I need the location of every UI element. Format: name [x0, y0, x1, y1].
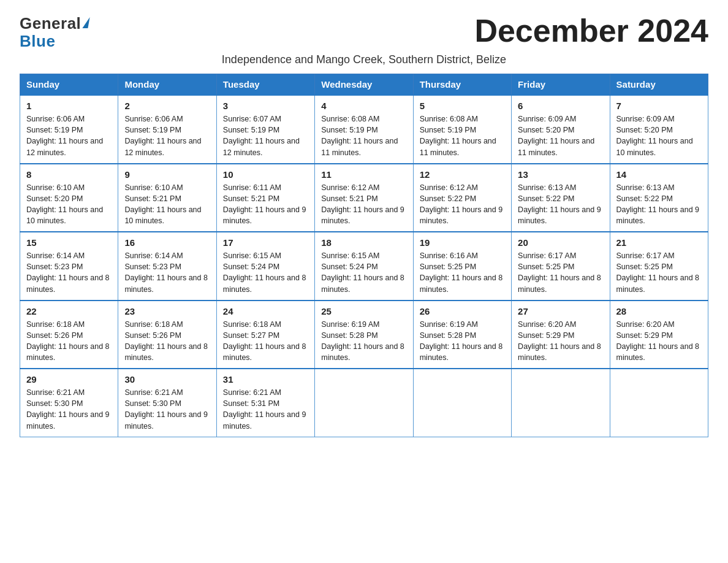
calendar-header-sunday: Sunday — [20, 74, 118, 96]
calendar-cell: 26 Sunrise: 6:19 AMSunset: 5:28 PMDaylig… — [413, 301, 511, 369]
calendar-cell — [512, 369, 610, 437]
day-number: 5 — [420, 101, 505, 111]
day-number: 30 — [124, 374, 210, 385]
day-info: Sunrise: 6:10 AMSunset: 5:20 PMDaylight:… — [26, 183, 103, 225]
week-row-3: 15 Sunrise: 6:14 AMSunset: 5:23 PMDaylig… — [20, 232, 708, 301]
day-number: 28 — [616, 306, 702, 316]
calendar-cell: 22 Sunrise: 6:18 AMSunset: 5:26 PMDaylig… — [20, 301, 118, 369]
day-number: 16 — [124, 237, 210, 248]
calendar-cell: 1 Sunrise: 6:06 AMSunset: 5:19 PMDayligh… — [20, 95, 118, 164]
day-number: 22 — [26, 306, 112, 316]
calendar-cell: 24 Sunrise: 6:18 AMSunset: 5:27 PMDaylig… — [216, 301, 314, 369]
day-number: 19 — [420, 237, 505, 248]
day-info: Sunrise: 6:19 AMSunset: 5:28 PMDaylight:… — [420, 320, 503, 362]
day-info: Sunrise: 6:13 AMSunset: 5:22 PMDaylight:… — [518, 183, 601, 225]
day-info: Sunrise: 6:15 AMSunset: 5:24 PMDaylight:… — [223, 251, 306, 293]
day-info: Sunrise: 6:14 AMSunset: 5:23 PMDaylight:… — [124, 251, 208, 293]
day-number: 11 — [321, 169, 406, 180]
day-number: 3 — [223, 101, 308, 111]
logo-blue-text: Blue — [20, 33, 55, 50]
day-info: Sunrise: 6:09 AMSunset: 5:20 PMDaylight:… — [616, 115, 693, 156]
calendar-cell: 14 Sunrise: 6:13 AMSunset: 5:22 PMDaylig… — [610, 164, 708, 232]
calendar-cell: 20 Sunrise: 6:17 AMSunset: 5:25 PMDaylig… — [512, 232, 610, 301]
calendar-cell: 21 Sunrise: 6:17 AMSunset: 5:25 PMDaylig… — [610, 232, 708, 301]
day-info: Sunrise: 6:06 AMSunset: 5:19 PMDaylight:… — [124, 115, 201, 156]
day-number: 9 — [124, 169, 210, 180]
calendar-cell — [610, 369, 708, 437]
logo: General Blue — [20, 15, 89, 50]
calendar-cell: 2 Sunrise: 6:06 AMSunset: 5:19 PMDayligh… — [118, 95, 216, 164]
day-number: 18 — [321, 237, 406, 248]
day-info: Sunrise: 6:15 AMSunset: 5:24 PMDaylight:… — [321, 251, 404, 293]
day-number: 25 — [321, 306, 406, 316]
calendar-cell: 19 Sunrise: 6:16 AMSunset: 5:25 PMDaylig… — [413, 232, 511, 301]
calendar-table: SundayMondayTuesdayWednesdayThursdayFrid… — [20, 74, 708, 437]
calendar-cell: 27 Sunrise: 6:20 AMSunset: 5:29 PMDaylig… — [512, 301, 610, 369]
calendar-cell: 23 Sunrise: 6:18 AMSunset: 5:26 PMDaylig… — [118, 301, 216, 369]
day-number: 8 — [26, 169, 112, 180]
day-info: Sunrise: 6:20 AMSunset: 5:29 PMDaylight:… — [518, 320, 601, 362]
day-info: Sunrise: 6:18 AMSunset: 5:27 PMDaylight:… — [223, 320, 306, 362]
calendar-cell: 28 Sunrise: 6:20 AMSunset: 5:29 PMDaylig… — [610, 301, 708, 369]
calendar-cell: 18 Sunrise: 6:15 AMSunset: 5:24 PMDaylig… — [315, 232, 413, 301]
calendar-cell: 16 Sunrise: 6:14 AMSunset: 5:23 PMDaylig… — [118, 232, 216, 301]
calendar-header-tuesday: Tuesday — [216, 74, 314, 96]
day-info: Sunrise: 6:20 AMSunset: 5:29 PMDaylight:… — [616, 320, 700, 362]
day-number: 23 — [124, 306, 210, 316]
day-info: Sunrise: 6:09 AMSunset: 5:20 PMDaylight:… — [518, 115, 594, 156]
day-info: Sunrise: 6:21 AMSunset: 5:30 PMDaylight:… — [26, 388, 110, 430]
calendar-cell: 12 Sunrise: 6:12 AMSunset: 5:22 PMDaylig… — [413, 164, 511, 232]
day-info: Sunrise: 6:21 AMSunset: 5:31 PMDaylight:… — [223, 388, 306, 430]
calendar-cell: 4 Sunrise: 6:08 AMSunset: 5:19 PMDayligh… — [315, 95, 413, 164]
day-info: Sunrise: 6:08 AMSunset: 5:19 PMDaylight:… — [321, 115, 398, 156]
day-info: Sunrise: 6:13 AMSunset: 5:22 PMDaylight:… — [616, 183, 700, 225]
month-title: December 2024 — [474, 15, 708, 47]
calendar-cell: 30 Sunrise: 6:21 AMSunset: 5:30 PMDaylig… — [118, 369, 216, 437]
calendar-cell: 8 Sunrise: 6:10 AMSunset: 5:20 PMDayligh… — [20, 164, 118, 232]
calendar-cell: 10 Sunrise: 6:11 AMSunset: 5:21 PMDaylig… — [216, 164, 314, 232]
day-number: 15 — [26, 237, 112, 248]
calendar-cell: 13 Sunrise: 6:13 AMSunset: 5:22 PMDaylig… — [512, 164, 610, 232]
day-number: 21 — [616, 237, 702, 248]
calendar-header-wednesday: Wednesday — [315, 74, 413, 96]
calendar-cell: 31 Sunrise: 6:21 AMSunset: 5:31 PMDaylig… — [216, 369, 314, 437]
day-number: 4 — [321, 101, 406, 111]
day-info: Sunrise: 6:07 AMSunset: 5:19 PMDaylight:… — [223, 115, 300, 156]
day-info: Sunrise: 6:08 AMSunset: 5:19 PMDaylight:… — [420, 115, 496, 156]
week-row-4: 22 Sunrise: 6:18 AMSunset: 5:26 PMDaylig… — [20, 301, 708, 369]
day-info: Sunrise: 6:10 AMSunset: 5:21 PMDaylight:… — [124, 183, 201, 225]
calendar-cell: 17 Sunrise: 6:15 AMSunset: 5:24 PMDaylig… — [216, 232, 314, 301]
page-header: General Blue December 2024 — [20, 15, 708, 50]
day-number: 10 — [223, 169, 308, 180]
day-number: 27 — [518, 306, 603, 316]
calendar-cell — [315, 369, 413, 437]
day-info: Sunrise: 6:14 AMSunset: 5:23 PMDaylight:… — [26, 251, 110, 293]
day-number: 31 — [223, 374, 308, 385]
calendar-cell: 3 Sunrise: 6:07 AMSunset: 5:19 PMDayligh… — [216, 95, 314, 164]
calendar-header-row: SundayMondayTuesdayWednesdayThursdayFrid… — [20, 74, 708, 96]
day-number: 12 — [420, 169, 505, 180]
day-number: 29 — [26, 374, 112, 385]
day-number: 17 — [223, 237, 308, 248]
day-number: 20 — [518, 237, 603, 248]
day-info: Sunrise: 6:18 AMSunset: 5:26 PMDaylight:… — [124, 320, 208, 362]
day-info: Sunrise: 6:06 AMSunset: 5:19 PMDaylight:… — [26, 115, 103, 156]
calendar-cell: 15 Sunrise: 6:14 AMSunset: 5:23 PMDaylig… — [20, 232, 118, 301]
day-info: Sunrise: 6:17 AMSunset: 5:25 PMDaylight:… — [616, 251, 700, 293]
calendar-cell: 29 Sunrise: 6:21 AMSunset: 5:30 PMDaylig… — [20, 369, 118, 437]
day-info: Sunrise: 6:16 AMSunset: 5:25 PMDaylight:… — [420, 251, 503, 293]
calendar-header-friday: Friday — [512, 74, 610, 96]
day-info: Sunrise: 6:19 AMSunset: 5:28 PMDaylight:… — [321, 320, 404, 362]
week-row-5: 29 Sunrise: 6:21 AMSunset: 5:30 PMDaylig… — [20, 369, 708, 437]
day-number: 24 — [223, 306, 308, 316]
page-subtitle: Independence and Mango Creek, Southern D… — [20, 53, 708, 66]
day-number: 14 — [616, 169, 702, 180]
day-info: Sunrise: 6:11 AMSunset: 5:21 PMDaylight:… — [223, 183, 306, 225]
logo-general-text: General — [20, 15, 81, 33]
day-info: Sunrise: 6:21 AMSunset: 5:30 PMDaylight:… — [124, 388, 208, 430]
calendar-cell: 5 Sunrise: 6:08 AMSunset: 5:19 PMDayligh… — [413, 95, 511, 164]
day-number: 1 — [26, 101, 112, 111]
day-info: Sunrise: 6:18 AMSunset: 5:26 PMDaylight:… — [26, 320, 110, 362]
day-info: Sunrise: 6:17 AMSunset: 5:25 PMDaylight:… — [518, 251, 601, 293]
week-row-2: 8 Sunrise: 6:10 AMSunset: 5:20 PMDayligh… — [20, 164, 708, 232]
